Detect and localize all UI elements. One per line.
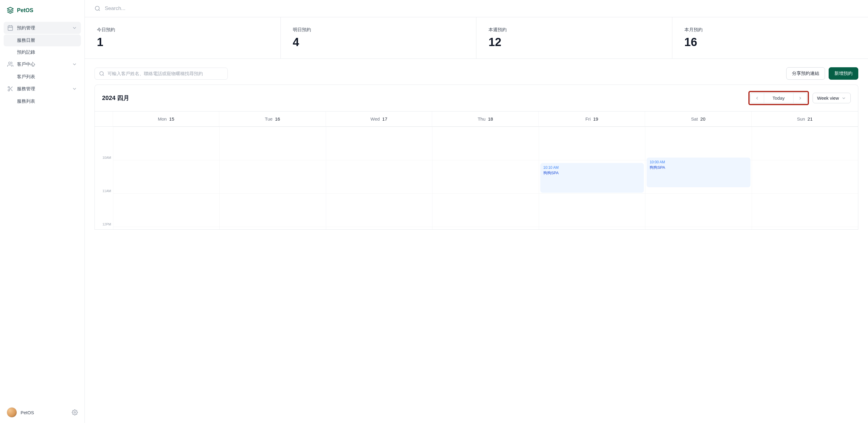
stat-value: 4 — [293, 36, 464, 49]
day-header-4: Fri 19 — [539, 112, 645, 126]
calendar-event[interactable]: 10:10 AM狗狗SPA — [540, 163, 644, 193]
nav-item-2-0[interactable]: 服務列表 — [4, 95, 81, 107]
nav-group-label: 預約管理 — [17, 25, 35, 31]
week-header: Mon 15Tue 16Wed 17Thu 18Fri 19Sat 20Sun … — [94, 111, 858, 127]
svg-point-13 — [100, 71, 103, 75]
stat-label: 本月預約 — [684, 27, 856, 33]
chevron-left-icon — [755, 96, 760, 100]
stat-value: 16 — [684, 36, 856, 49]
sidebar: PetOS 預約管理服務日曆預約記錄客戶中心客戶列表服務管理服務列表 PetOS — [0, 0, 85, 423]
time-column: 10AM11AM12PM — [95, 127, 113, 230]
today-nav-highlight: Today — [748, 91, 809, 105]
time-label: 11AM — [102, 189, 111, 193]
day-header-5: Sat 20 — [645, 112, 751, 126]
scissors-icon — [7, 86, 13, 92]
gear-icon[interactable] — [72, 410, 78, 416]
calendar-title: 2024 四月 — [102, 94, 129, 102]
day-column-0[interactable] — [113, 127, 219, 230]
svg-line-12 — [99, 10, 100, 11]
day-header-2: Wed 17 — [326, 112, 432, 126]
time-label: 12PM — [102, 222, 111, 226]
search-icon — [99, 71, 104, 77]
calendar-icon — [7, 25, 13, 31]
stat-card-3: 本月預約16 — [672, 17, 868, 59]
user-name: PetOS — [21, 410, 34, 415]
stat-value: 12 — [489, 36, 660, 49]
day-header-0: Mon 15 — [113, 112, 219, 126]
chevron-right-icon — [798, 96, 803, 100]
event-time: 10:00 AM — [650, 160, 747, 164]
nav: 預約管理服務日曆預約記錄客戶中心客戶列表服務管理服務列表 — [0, 20, 85, 401]
stat-label: 本週預約 — [489, 27, 660, 33]
global-search-input[interactable] — [105, 5, 858, 11]
stats-row: 今日預約1明日預約4本週預約12本月預約16 — [85, 17, 868, 59]
content: 分享預約連結 新增預約 2024 四月 Today — [85, 59, 868, 423]
brand-name: PetOS — [17, 7, 33, 13]
day-column-5[interactable]: 10:00 AM狗狗SPA — [645, 127, 751, 230]
svg-point-11 — [95, 6, 99, 10]
week-header-corner — [95, 112, 113, 126]
nav-group-2[interactable]: 服務管理 — [4, 83, 81, 95]
nav-group-label: 服務管理 — [17, 86, 35, 92]
svg-line-8 — [11, 89, 12, 91]
chevron-down-icon — [72, 86, 77, 91]
calendar-header: 2024 四月 Today — [94, 85, 858, 111]
svg-rect-0 — [8, 26, 13, 30]
day-column-1[interactable] — [219, 127, 326, 230]
nav-item-0-0[interactable]: 服務日曆 — [4, 34, 81, 47]
nav-group-1[interactable]: 客戶中心 — [4, 58, 81, 70]
calendar-event[interactable]: 10:00 AM狗狗SPA — [647, 157, 750, 187]
svg-point-10 — [74, 412, 76, 413]
sidebar-footer: PetOS — [0, 401, 85, 423]
today-nav-group: Today — [750, 93, 807, 103]
stat-label: 明日預約 — [293, 27, 464, 33]
nav-item-1-0[interactable]: 客戶列表 — [4, 71, 81, 83]
svg-line-9 — [9, 88, 10, 89]
day-column-4[interactable]: 10:10 AM狗狗SPA — [539, 127, 645, 230]
chevron-down-icon — [72, 25, 77, 31]
prev-button[interactable] — [750, 93, 764, 103]
svg-point-4 — [8, 62, 10, 64]
layers-icon — [7, 7, 14, 14]
filter-input-wrap — [94, 67, 228, 80]
stat-card-1: 明日預約4 — [281, 17, 477, 59]
event-title: 狗狗SPA — [543, 170, 641, 176]
avatar[interactable] — [7, 407, 17, 418]
topbar — [85, 0, 868, 17]
calendar-grid[interactable]: 10AM11AM12PM10:10 AM狗狗SPA10:00 AM狗狗SPA — [94, 127, 858, 230]
day-header-3: Thu 18 — [432, 112, 538, 126]
nav-group-0[interactable]: 預約管理 — [4, 22, 81, 34]
users-icon — [7, 61, 13, 67]
next-button[interactable] — [794, 93, 807, 103]
day-column-2[interactable] — [326, 127, 432, 230]
nav-item-0-1[interactable]: 預約記錄 — [4, 47, 81, 58]
event-time: 10:10 AM — [543, 165, 641, 170]
chevron-down-icon — [72, 61, 77, 67]
stat-card-2: 本週預約12 — [476, 17, 672, 59]
view-select-label: Week view — [817, 95, 839, 100]
stat-card-0: 今日預約1 — [85, 17, 281, 59]
logo[interactable]: PetOS — [0, 0, 85, 20]
toolbar: 分享預約連結 新增預約 — [94, 67, 858, 80]
day-column-6[interactable] — [752, 127, 858, 230]
share-link-button[interactable]: 分享預約連結 — [786, 67, 825, 80]
search-icon — [94, 5, 100, 11]
view-select[interactable]: Week view — [813, 93, 851, 103]
event-title: 狗狗SPA — [650, 165, 747, 170]
stat-value: 1 — [97, 36, 268, 49]
new-appointment-button[interactable]: 新增預約 — [829, 67, 858, 80]
stat-label: 今日預約 — [97, 27, 268, 33]
chevron-down-icon — [841, 96, 846, 100]
day-header-6: Sun 21 — [752, 112, 858, 126]
filter-input[interactable] — [107, 71, 223, 76]
svg-line-14 — [103, 74, 103, 75]
nav-group-label: 客戶中心 — [17, 61, 35, 67]
day-column-3[interactable] — [432, 127, 538, 230]
main: 今日預約1明日預約4本週預約12本月預約16 分享預約連結 新增預約 2024 … — [85, 0, 868, 423]
day-header-1: Tue 16 — [219, 112, 326, 126]
time-label: 10AM — [102, 156, 111, 159]
today-button[interactable]: Today — [764, 93, 793, 103]
